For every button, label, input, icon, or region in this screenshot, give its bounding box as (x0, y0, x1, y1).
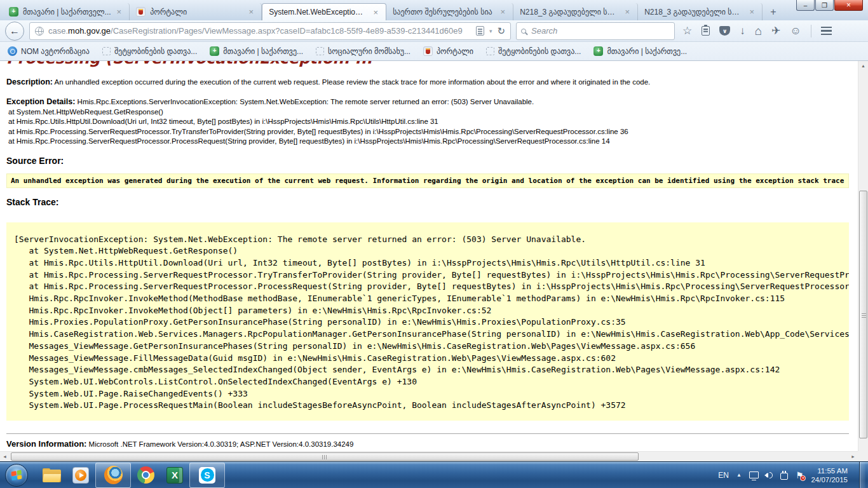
search-input[interactable] (530, 25, 670, 36)
version-label: Version Information: (6, 439, 86, 449)
tab-label: მთავარი | საქართველ... (23, 8, 111, 17)
menu-hamburger-icon[interactable] (821, 27, 832, 35)
version-line: Version Information: Microsoft .NET Fram… (6, 439, 858, 449)
horizontal-scroll-thumb[interactable] (11, 452, 639, 461)
pocket-icon[interactable]: ∨ (719, 26, 730, 36)
bookmarks-menu-icon[interactable] (702, 26, 710, 36)
tab-strip: + მთავარი | საქართველ... × პორტალი × Sys… (0, 0, 868, 20)
excel-icon: X (166, 467, 183, 484)
stack-line: Hmis.Proxies.PopulationProxy.GetPersonIn… (14, 316, 849, 329)
close-icon[interactable]: × (499, 7, 507, 17)
hidden-icons-arrow[interactable]: ▲ (736, 472, 742, 478)
alert-badge: × (800, 475, 806, 481)
removable-device-icon[interactable] (780, 473, 788, 480)
exception-frame: at Hmis.Rpc.Processing.ServerRequestProc… (6, 137, 858, 147)
taskbar-firefox-icon-active[interactable] (95, 463, 131, 488)
health-shield-icon: + (210, 46, 219, 56)
taskbar-skype-icon-active[interactable]: S (189, 463, 225, 488)
bookmark-home-2[interactable]: + მთავარი | საქართვე... (593, 46, 687, 56)
restore-button[interactable]: ❐ (815, 0, 834, 11)
start-button[interactable] (5, 464, 28, 487)
scroll-left-arrow[interactable]: ◄ (3, 454, 7, 459)
hello-smiley-icon[interactable]: ☺ (790, 25, 801, 36)
volume-icon[interactable] (766, 472, 773, 478)
action-center-flag-icon[interactable]: ⚑× (796, 471, 804, 480)
minimize-button[interactable]: – (796, 0, 815, 11)
placeholder-icon (102, 47, 111, 55)
toolbar-separator (811, 25, 811, 37)
system-tray: EN ▲ ⚑× 11:55 AM 24/07/2015 (718, 462, 868, 488)
tab-label: N218_3 გადაუდებელი სტა... (644, 8, 743, 17)
url-bar[interactable]: case.moh.gov.ge/CaseRegistration/Pages/V… (29, 22, 511, 40)
tab-home-georgia[interactable]: + მთავარი | საქართველ... × (3, 3, 130, 20)
search-box[interactable] (516, 22, 675, 40)
stack-line: System.Web.UI.Page.ProcessRequestMain(Bo… (14, 400, 849, 412)
scroll-grip (322, 455, 328, 459)
bookmark-label: მთავარი | საქართვე... (607, 47, 687, 56)
vertical-scrollbar[interactable]: ▲ ▼ (858, 61, 868, 461)
close-icon[interactable]: × (116, 7, 123, 17)
close-icon[interactable]: × (749, 7, 756, 17)
home-icon[interactable]: ⌂ (755, 25, 762, 36)
horizontal-scrollbar[interactable]: ◄ ► (0, 451, 858, 461)
taskbar-explorer-icon[interactable] (37, 463, 66, 488)
taskbar-media-player-icon[interactable] (66, 463, 95, 488)
placeholder-icon (316, 47, 324, 55)
bookmark-social[interactable]: სოციალური მომსახუ... (316, 47, 410, 56)
exception-details-text: Hmis.Rpc.Exceptions.ServerInvocationExce… (75, 98, 534, 105)
windows-flag-icon (11, 470, 22, 480)
exception-details-line: Exception Details: Hmis.Rpc.Exceptions.S… (6, 97, 858, 107)
reload-icon[interactable]: ↻ (497, 25, 505, 37)
chevron-down-icon[interactable]: ▾ (489, 28, 492, 34)
bookmark-home-1[interactable]: + მთავარი | საქართვე... (210, 46, 303, 56)
health-shield-icon: + (9, 7, 18, 17)
georgia-emblem-icon (136, 7, 146, 17)
close-window-button[interactable]: × (834, 0, 863, 11)
bookmark-label: შეტყობინების დათვა... (498, 47, 581, 56)
tab-common-list[interactable]: საერთო შესრულებების სია × (386, 3, 513, 20)
downloads-icon[interactable]: ↓ (740, 25, 745, 36)
bookmark-portal[interactable]: პორტალი (423, 46, 473, 56)
url-path: /CaseRegistration/Pages/ViewMessage.aspx… (111, 26, 463, 36)
exception-frame: at Hmis.Rpc.Processing.ServerRequestProc… (6, 127, 858, 137)
share-plane-icon[interactable]: ✈ (771, 25, 780, 36)
clipped-error-heading: Processing (ServerInvocationException: .… (6, 61, 858, 69)
language-indicator[interactable]: EN (718, 471, 729, 480)
stack-line: at Hmis.Rpc.Processing.ServerRequestProc… (14, 269, 849, 281)
health-shield-icon: + (593, 46, 603, 56)
description-line: Description: An unhandled exception occu… (6, 78, 858, 86)
clock[interactable]: 11:55 AM 24/07/2015 (811, 466, 851, 484)
stack-trace-box: [ServerInvocationException: System.Net.W… (6, 222, 849, 421)
network-icon[interactable] (749, 471, 759, 478)
scroll-up-arrow[interactable]: ▲ (861, 64, 865, 68)
vertical-scroll-thumb[interactable] (859, 191, 867, 438)
tab-portal[interactable]: პორტალი × (130, 3, 262, 20)
source-error-box: An unhandled exception was generated dur… (6, 173, 849, 188)
placeholder-icon (486, 47, 494, 55)
georgia-emblem-icon (423, 46, 433, 56)
bookmark-messages-1[interactable]: შეტყობინების დათვა... (102, 47, 197, 56)
show-desktop-button[interactable] (859, 462, 865, 488)
taskbar: X S EN ▲ ⚑× 11:55 AM 24/07/2015 (0, 461, 868, 488)
close-icon[interactable]: × (372, 8, 380, 17)
window-controls: – ❐ × (796, 0, 863, 11)
tab-n218-1[interactable]: N218_3 გადაუდებელი სტა... × (513, 3, 638, 20)
bookmark-messages-2[interactable]: შეტყობინების დათვა... (486, 47, 581, 56)
bookmark-nom[interactable]: NOM ავტორიზაცია (8, 46, 90, 56)
tab-webexception-active[interactable]: System.Net.WebException: ... × (262, 3, 386, 20)
back-button[interactable]: ← (5, 22, 24, 41)
taskbar-chrome-icon[interactable] (131, 463, 160, 488)
new-tab-button[interactable]: + (763, 3, 783, 20)
exception-frame: at Hmis.Rpc.Utils.HttpUtil.Download(Uri … (6, 117, 858, 127)
source-error-heading: Source Error: (6, 156, 858, 166)
close-icon[interactable]: × (248, 7, 255, 17)
close-icon[interactable]: × (624, 7, 632, 17)
url-subdomain: case. (48, 26, 68, 36)
tab-label: System.Net.WebException: ... (269, 8, 364, 17)
bookmark-star-icon[interactable]: ☆ (682, 25, 692, 36)
reader-mode-icon[interactable] (476, 26, 484, 36)
error-page: Processing (ServerInvocationException: .… (0, 61, 858, 451)
tab-n218-2[interactable]: N218_3 გადაუდებელი სტა... × (638, 3, 763, 20)
scroll-right-arrow[interactable]: ► (851, 454, 855, 459)
taskbar-excel-icon[interactable]: X (160, 463, 189, 488)
